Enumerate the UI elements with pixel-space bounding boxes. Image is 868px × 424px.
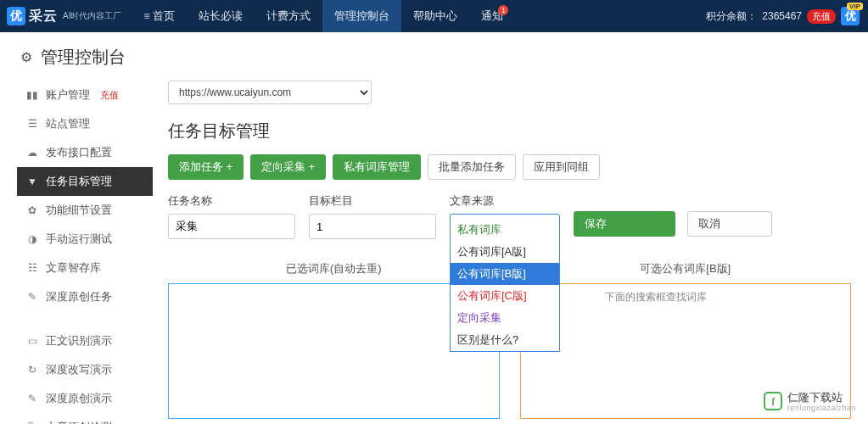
form-col-name: 任务名称 <box>168 193 295 239</box>
points-value: 2365467 <box>762 10 802 22</box>
sidebar-label: 功能细节设置 <box>46 203 112 218</box>
layout: ▮▮账户管理充值 ☰站点管理 ☁发布接口配置 ▼任务目标管理 ✿功能细节设置 ◑… <box>0 81 868 424</box>
url-select[interactable]: https://www.ucaiyun.com <box>168 81 372 104</box>
bars-icon: ▮▮ <box>25 89 39 101</box>
watermark-icon: ſ <box>764 392 782 410</box>
form-col-source: 文章来源 公有词库[B版] ▾ 私有词库 公有词库[A版] 公有词库[B版] 公… <box>450 193 560 239</box>
target-input[interactable] <box>309 214 436 239</box>
watermark-sub: renlongxiazaizhan <box>787 404 856 412</box>
nav-billing[interactable]: 计费方式 <box>255 0 322 32</box>
database-icon: ☷ <box>25 262 39 274</box>
sidebar-label: 手动运行测试 <box>46 232 112 247</box>
sidebar-item-storage[interactable]: ☷文章智存库 <box>17 254 153 282</box>
section-title: 任务目标管理 <box>168 120 851 142</box>
dropdown-item-public-a[interactable]: 公有词库[A版] <box>451 241 559 263</box>
batch-add-button[interactable]: 批量添加任务 <box>428 154 516 180</box>
panel-hint: 下面的搜索框查找词库 <box>605 290 707 304</box>
vip-badge[interactable]: 优VIP <box>841 7 860 25</box>
play-icon: ◑ <box>25 233 39 245</box>
spacer <box>574 193 772 206</box>
edit-icon: ✎ <box>25 393 39 404</box>
sidebar-item-demo-check[interactable]: 🔍文章原创检测 <box>17 413 153 424</box>
private-lib-button[interactable]: 私有词库管理 <box>333 154 421 180</box>
nav-label: 站长必读 <box>199 8 243 24</box>
dropdown-item-public-c[interactable]: 公有词库[C版] <box>451 285 559 307</box>
sidebar: ▮▮账户管理充值 ☰站点管理 ☁发布接口配置 ▼任务目标管理 ✿功能细节设置 ◑… <box>17 81 153 424</box>
dropdown-item-public-b[interactable]: 公有词库[B版] <box>451 263 559 285</box>
cloud-icon: ☁ <box>25 147 39 159</box>
cogs-icon: ✿ <box>25 204 39 216</box>
nav-home[interactable]: ≡首页 <box>132 0 187 32</box>
topnav: ≡首页 站长必读 计费方式 管理控制台 帮助中心 通知1 <box>132 0 515 32</box>
sidebar-item-deep[interactable]: ✎深度原创任务 <box>17 282 153 311</box>
nav-console[interactable]: 管理控制台 <box>322 0 401 32</box>
sidebar-item-account[interactable]: ▮▮账户管理充值 <box>17 81 153 109</box>
edit-icon: ✎ <box>25 291 39 303</box>
filter-icon: ▼ <box>25 176 39 187</box>
logo[interactable]: 优 采云 AI时代内容工厂 <box>7 7 121 25</box>
source-label: 文章来源 <box>450 193 560 209</box>
sidebar-label: 任务目标管理 <box>46 174 112 189</box>
dropdown-item-private[interactable]: 私有词库 <box>451 219 559 241</box>
name-label: 任务名称 <box>168 193 295 209</box>
form-row: 任务名称 目标栏目 文章来源 公有词库[B版] ▾ 私有词库 公有词库[A版] <box>168 193 851 239</box>
topbar-right: 积分余额： 2365467 充值 优VIP <box>706 7 860 25</box>
watermark: ſ 仁隆下载站 renlongxiazaizhan <box>764 390 856 412</box>
sidebar-label: 正文识别演示 <box>46 333 112 349</box>
sidebar-label: 文章智存库 <box>46 260 101 276</box>
main: https://www.ucaiyun.com 任务目标管理 添加任务 + 定向… <box>168 81 851 424</box>
nav-label: 首页 <box>153 8 175 24</box>
form-col-target: 目标栏目 <box>309 193 436 239</box>
charge-button[interactable]: 充值 <box>807 9 836 24</box>
logo-sub: AI时代内容工厂 <box>63 10 121 22</box>
nav-notice[interactable]: 通知1 <box>469 0 515 32</box>
form-col-actions: 保存 取消 <box>574 193 772 237</box>
sidebar-item-demo-original[interactable]: ✎深度原创演示 <box>17 384 153 413</box>
sidebar-item-demo-rewrite[interactable]: ↻深度改写演示 <box>17 355 153 384</box>
source-dropdown: 私有词库 公有词库[A版] 公有词库[B版] 公有词库[C版] 定向采集 区别是… <box>450 219 560 352</box>
gear-icon: ⚙ <box>20 49 32 65</box>
sidebar-label: 发布接口配置 <box>46 145 112 160</box>
save-button[interactable]: 保存 <box>574 211 675 237</box>
sidebar-label: 账户管理 <box>46 87 90 103</box>
name-input[interactable] <box>168 214 295 239</box>
notice-badge: 1 <box>498 5 508 15</box>
list-icon: ☰ <box>25 118 39 130</box>
sidebar-item-manual[interactable]: ◑手动运行测试 <box>17 225 153 254</box>
sidebar-item-sites[interactable]: ☰站点管理 <box>17 109 153 138</box>
menu-icon: ≡ <box>143 10 149 22</box>
points-label: 积分余额： <box>706 9 757 24</box>
targeted-collect-button[interactable]: 定向采集 + <box>250 154 326 180</box>
dropdown-item-diff[interactable]: 区别是什么? <box>451 329 559 351</box>
sidebar-label: 站点管理 <box>46 116 90 131</box>
sidebar-label: 深度原创演示 <box>46 391 112 406</box>
apply-group-button[interactable]: 应用到同组 <box>523 154 600 180</box>
vip-label: VIP <box>847 3 863 10</box>
nav-label: 计费方式 <box>266 8 311 24</box>
add-task-button[interactable]: 添加任务 + <box>168 154 244 180</box>
nav-label: 管理控制台 <box>334 8 389 24</box>
toolbar: 添加任务 + 定向采集 + 私有词库管理 批量添加任务 应用到同组 <box>168 154 851 180</box>
sidebar-item-settings[interactable]: ✿功能细节设置 <box>17 196 153 225</box>
nav-label: 帮助中心 <box>413 8 457 24</box>
nav-help[interactable]: 帮助中心 <box>401 0 469 32</box>
panel-right-title: 可选公有词库[B版] <box>520 261 852 276</box>
logo-badge: 优 <box>7 7 25 25</box>
monitor-icon: ▭ <box>25 335 39 347</box>
dropdown-item-targeted[interactable]: 定向采集 <box>451 307 559 329</box>
sidebar-label: 深度原创任务 <box>46 289 112 304</box>
logo-text: 采云 <box>29 8 58 25</box>
sidebar-item-demo-text[interactable]: ▭正文识别演示 <box>17 326 153 355</box>
refresh-icon: ↻ <box>25 364 39 376</box>
page-title: 管理控制台 <box>41 46 126 69</box>
nav-mustread[interactable]: 站长必读 <box>187 0 255 32</box>
page-title-bar: ⚙ 管理控制台 <box>0 32 868 81</box>
sidebar-item-tasks[interactable]: ▼任务目标管理 <box>17 167 153 196</box>
page: ⚙ 管理控制台 ▮▮账户管理充值 ☰站点管理 ☁发布接口配置 ▼任务目标管理 ✿… <box>0 32 868 424</box>
sidebar-item-publish[interactable]: ☁发布接口配置 <box>17 138 153 167</box>
target-label: 目标栏目 <box>309 193 436 209</box>
sidebar-label: 文章原创检测 <box>46 420 112 424</box>
sidebar-label: 深度改写演示 <box>46 362 112 377</box>
cancel-button[interactable]: 取消 <box>687 211 772 237</box>
sidebar-charge[interactable]: 充值 <box>100 89 119 102</box>
